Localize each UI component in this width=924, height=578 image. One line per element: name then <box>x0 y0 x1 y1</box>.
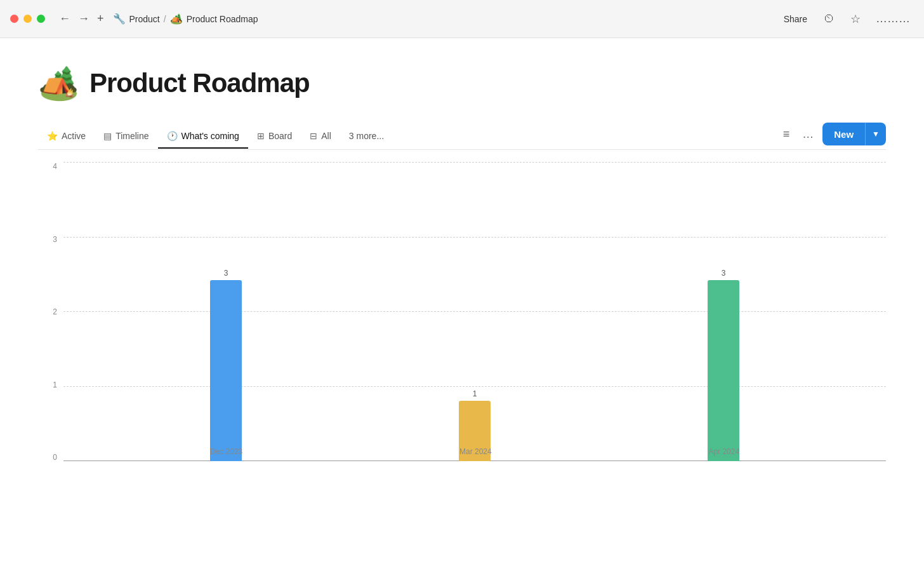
ellipsis-icon: … <box>802 128 814 140</box>
traffic-lights <box>10 15 45 23</box>
more-options-button[interactable]: ……… <box>872 10 914 28</box>
page-title: Product Roadmap <box>89 68 310 98</box>
share-button[interactable]: Share <box>779 11 812 27</box>
bar-label-mar2024: 1 <box>473 389 477 398</box>
breadcrumb-separator: / <box>164 14 166 24</box>
tab-board[interactable]: ⊞ Board <box>248 124 301 149</box>
tabs-actions: ≡ … New ▼ <box>779 123 886 149</box>
y-label-2: 2 <box>53 308 57 316</box>
new-button-group: New ▼ <box>822 123 886 145</box>
board-icon: ⊞ <box>257 131 265 141</box>
x-label-dec2023: Dec 2023 <box>210 447 242 461</box>
breadcrumb-workspace[interactable]: Product <box>129 14 160 24</box>
timeline-icon: ▤ <box>103 131 112 141</box>
y-label-3: 3 <box>53 236 57 243</box>
tab-timeline[interactable]: ▤ Timeline <box>95 124 157 149</box>
filter-button[interactable]: ≡ <box>779 125 794 144</box>
history-button[interactable]: ⏲ <box>820 10 839 28</box>
chart-container: 0 1 2 3 4 3 <box>38 163 886 493</box>
bar-label-dec2023: 3 <box>224 269 228 278</box>
clock-icon: 🕐 <box>167 131 178 141</box>
page-icon-breadcrumb: 🏕️ <box>170 13 183 25</box>
close-button[interactable] <box>10 15 18 23</box>
star-icon: ⭐ <box>47 131 58 141</box>
y-label-0: 0 <box>53 454 57 461</box>
tab-timeline-label: Timeline <box>116 131 148 141</box>
tab-more[interactable]: 3 more... <box>340 124 393 149</box>
all-icon: ⊟ <box>310 131 317 141</box>
x-label-apr2024: Apr 2024 <box>708 447 739 461</box>
tab-board-label: Board <box>268 131 292 141</box>
page-header: 🏕️ Product Roadmap <box>38 64 886 102</box>
minimize-button[interactable] <box>23 15 32 23</box>
y-label-1: 1 <box>53 381 57 389</box>
x-labels: Dec 2023 Mar 2024 Apr 2024 <box>63 429 886 461</box>
breadcrumb-page[interactable]: Product Roadmap <box>187 14 258 24</box>
titlebar-actions: Share ⏲ ☆ ……… <box>779 10 914 29</box>
chart-area: 0 1 2 3 4 3 <box>38 150 886 512</box>
titlebar: ← → + 🔧 Product / 🏕️ Product Roadmap Sha… <box>0 0 924 38</box>
add-page-button[interactable]: + <box>93 10 108 28</box>
chevron-down-icon: ▼ <box>872 130 880 138</box>
bar-label-apr2024: 3 <box>722 269 726 278</box>
fullscreen-button[interactable] <box>37 15 45 23</box>
new-button[interactable]: New <box>822 123 865 145</box>
tabs-more-button[interactable]: … <box>798 125 817 144</box>
chart-plot: 3 1 3 Dec 2023 <box>63 163 886 461</box>
filter-icon: ≡ <box>783 128 790 140</box>
breadcrumb: 🔧 Product / 🏕️ Product Roadmap <box>113 13 258 25</box>
tabs-bar: ⭐ Active ▤ Timeline 🕐 What's coming ⊞ Bo… <box>38 123 886 150</box>
tab-whats-coming[interactable]: 🕐 What's coming <box>158 124 248 149</box>
back-button[interactable]: ← <box>55 10 74 28</box>
tab-whats-coming-label: What's coming <box>182 131 239 141</box>
page-icon: 🏕️ <box>38 64 79 102</box>
tab-active-label: Active <box>62 131 86 141</box>
y-axis: 0 1 2 3 4 <box>38 163 63 461</box>
main-content: 🏕️ Product Roadmap ⭐ Active ▤ Timeline 🕐… <box>0 38 924 512</box>
favorite-button[interactable]: ☆ <box>847 10 864 29</box>
x-label-mar2024: Mar 2024 <box>459 447 492 461</box>
forward-button[interactable]: → <box>74 10 93 28</box>
tab-active[interactable]: ⭐ Active <box>38 124 95 149</box>
new-button-chevron[interactable]: ▼ <box>865 123 886 145</box>
tab-more-label: 3 more... <box>349 131 384 141</box>
tab-all[interactable]: ⊟ All <box>301 124 340 149</box>
workspace-icon: 🔧 <box>113 13 126 25</box>
y-label-4: 4 <box>53 163 57 170</box>
tab-all-label: All <box>321 131 331 141</box>
bars-container: 3 1 3 <box>63 163 886 461</box>
